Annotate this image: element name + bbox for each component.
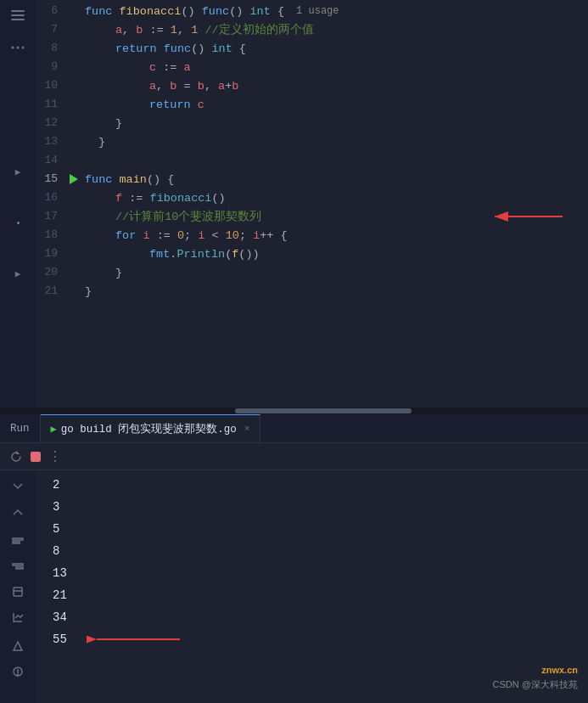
output-line-5: 13 [36, 562, 588, 584]
ln-19: 19 [36, 245, 66, 263]
ln-7: 7 [36, 20, 66, 39]
code-line-7: a, b := 1, 1 //定义初始的两个值 [81, 20, 588, 39]
ln-12: 12 [36, 114, 66, 132]
svg-rect-0 [11, 10, 25, 12]
run-cell-21 [66, 282, 81, 301]
editor-scrollbar[interactable] [0, 408, 588, 414]
file-tab-label: go build 闭包实现斐波那契数.go [61, 422, 237, 436]
terminal-icon-6[interactable] [7, 606, 29, 628]
terminal-icon-8[interactable] [7, 661, 29, 683]
terminal-icon-2[interactable] [7, 501, 29, 523]
watermark-site: znwx.cn [493, 663, 578, 678]
terminal-left-bar [0, 470, 36, 703]
svg-rect-10 [13, 542, 20, 543]
code-line-20: } [81, 263, 588, 282]
code-line-10: a, b = b, a+b [81, 76, 588, 95]
code-editor[interactable]: func fibonacci () func () int { 1 usage … [81, 0, 588, 408]
svg-marker-15 [14, 642, 22, 650]
terminal-icon-4[interactable] [7, 555, 29, 577]
file-tab-icon: ▶ [51, 423, 57, 436]
ln-15: 15 [36, 170, 66, 188]
run-cell-18 [66, 226, 81, 245]
stop-icon[interactable] [31, 452, 41, 462]
output-value-7: 34 [36, 610, 67, 624]
output-line-8: 55 [36, 628, 588, 650]
menu-icon[interactable] [6, 3, 30, 27]
svg-marker-8 [16, 451, 20, 454]
run-cell-15[interactable] [66, 170, 81, 188]
terminal-icon-7[interactable] [7, 635, 29, 657]
code-line-12: } [81, 114, 588, 132]
terminal-icon-1[interactable] [7, 475, 29, 498]
terminal-tabs: Run ▶ go build 闭包实现斐波那契数.go × [0, 414, 588, 443]
svg-point-4 [17, 47, 20, 49]
output-line-3: 5 [36, 518, 588, 540]
run-cell-10 [66, 76, 81, 95]
code-line-15: func main () { [81, 170, 588, 188]
code-line-13: } [81, 132, 588, 151]
run-cell-9 [66, 58, 81, 76]
run-cell-11 [66, 95, 81, 114]
code-line-6: func fibonacci () func () int { 1 usage [81, 2, 588, 20]
editor-area: ▶ ▶ 6 7 8 9 10 11 12 13 14 15 16 17 18 1… [0, 0, 588, 408]
ln-18: 18 [36, 226, 66, 245]
ln-20: 20 [36, 263, 66, 282]
run-tab-label: Run [10, 423, 30, 435]
output-line-4: 8 [36, 540, 588, 562]
code-line-16: f := fibonacci () [81, 188, 588, 207]
terminal-toolbar: ⋮ [0, 443, 588, 470]
output-line-2: 3 [36, 496, 588, 518]
fold-arrow-2[interactable]: ▶ [15, 268, 21, 279]
run-cell-8 [66, 39, 81, 58]
output-value-3: 5 [36, 522, 59, 536]
output-value-6: 21 [36, 588, 67, 602]
ln-10: 10 [36, 76, 66, 95]
output-line-1: 2 [36, 474, 588, 496]
editor-body: 6 7 8 9 10 11 12 13 14 15 16 17 18 19 20… [36, 0, 588, 408]
ln-6: 6 [36, 2, 66, 20]
terminal-section: Run ▶ go build 闭包实现斐波那契数.go × ⋮ [0, 414, 588, 703]
svg-rect-9 [13, 538, 23, 540]
run-cell-14 [66, 151, 81, 170]
terminal-icon-5[interactable] [7, 581, 29, 603]
run-cell-13 [66, 132, 81, 151]
run-indicators [66, 0, 81, 408]
ln-9: 9 [36, 58, 66, 76]
run-cell-12 [66, 114, 81, 132]
code-line-21: } [81, 282, 588, 301]
ellipsis-icon[interactable] [6, 36, 30, 59]
code-line-17: //计算前10个斐波那契数列 [81, 207, 588, 226]
more-icon[interactable]: ⋮ [46, 447, 64, 466]
code-line-11: return c [81, 95, 588, 114]
svg-rect-2 [11, 19, 25, 20]
tab-close-icon[interactable]: × [244, 424, 250, 434]
run-cell-6 [66, 2, 81, 20]
file-tab[interactable]: ▶ go build 闭包实现斐波那契数.go × [41, 414, 261, 442]
play-button[interactable] [70, 174, 78, 184]
output-value-8: 55 [36, 633, 67, 646]
output-value-4: 8 [36, 544, 59, 558]
output-value-5: 13 [36, 566, 67, 580]
refresh-icon[interactable] [7, 447, 25, 466]
scrollbar-thumb[interactable] [235, 408, 412, 413]
ln-14: 14 [36, 151, 66, 170]
code-line-14 [81, 151, 588, 170]
run-cell-7 [66, 20, 81, 39]
ln-21: 21 [36, 282, 66, 301]
svg-rect-12 [16, 567, 23, 569]
watermark-credit: CSDN @深大科技苑 [493, 678, 578, 693]
svg-rect-1 [11, 14, 25, 16]
output-line-7: 34 [36, 606, 588, 628]
activity-bar: ▶ ▶ [0, 0, 36, 408]
run-cell-16 [66, 188, 81, 207]
terminal-icon-3[interactable] [7, 530, 29, 552]
svg-rect-11 [13, 564, 23, 565]
fold-arrow-1[interactable]: ▶ [15, 166, 21, 177]
output-line-6: 21 [36, 584, 588, 606]
run-cell-19 [66, 245, 81, 263]
code-line-18: for i := 0; i < 10; i++ { [81, 226, 588, 245]
arrow-17 [486, 209, 571, 224]
svg-point-5 [22, 47, 25, 49]
output-value-2: 3 [36, 500, 59, 514]
run-tab[interactable]: Run [0, 414, 41, 442]
